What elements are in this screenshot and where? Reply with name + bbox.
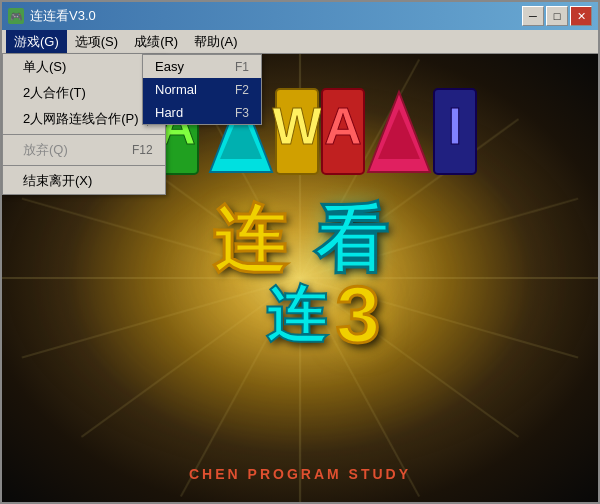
difficulty-submenu: Easy F1 Normal F2 Hard F3: [142, 54, 262, 125]
divider-2: [3, 165, 165, 166]
credit-text: CHEN PROGRAM STUDY: [2, 466, 598, 482]
menu-abandon: 放弃(Q) F12: [3, 137, 165, 163]
menu-exit[interactable]: 结束离开(X): [3, 168, 165, 194]
game-menu-panel: 单人(S) ▶ 2人合作(T) ▶ 2人网路连线合作(P) ▶ 放弃(Q) F1…: [2, 54, 166, 195]
close-button[interactable]: ✕: [570, 6, 592, 26]
game-dropdown: 单人(S) ▶ 2人合作(T) ▶ 2人网路连线合作(P) ▶ 放弃(Q) F1…: [2, 54, 166, 195]
maximize-button[interactable]: □: [546, 6, 568, 26]
svg-text:W: W: [272, 97, 322, 155]
bottom-chars-row: 连 3: [266, 269, 381, 361]
title-text: 连连看V3.0: [30, 7, 522, 25]
menu-coop2[interactable]: 2人合作(T) ▶: [3, 80, 165, 106]
menu-game[interactable]: 游戏(G): [6, 30, 67, 53]
minimize-button[interactable]: ─: [522, 6, 544, 26]
menu-bar: 游戏(G) 选项(S) 成绩(R) 帮助(A) 单人(S) ▶ 2人合作(T) …: [2, 30, 598, 54]
number-3: 3: [336, 269, 381, 361]
svg-text:I: I: [448, 97, 462, 155]
svg-text:A: A: [324, 97, 362, 155]
menu-single[interactable]: 单人(S) ▶: [3, 54, 165, 80]
main-window: 🎮 连连看V3.0 ─ □ ✕ 游戏(G) 选项(S) 成绩(R) 帮助(A) …: [0, 0, 600, 504]
menu-help[interactable]: 帮助(A): [186, 30, 245, 53]
menu-online2[interactable]: 2人网路连线合作(P) ▶: [3, 106, 165, 132]
difficulty-normal[interactable]: Normal F2: [143, 78, 261, 101]
title-buttons: ─ □ ✕: [522, 6, 592, 26]
title-bar: 🎮 连连看V3.0 ─ □ ✕: [2, 2, 598, 30]
char-lian-2: 连: [266, 275, 326, 356]
difficulty-hard[interactable]: Hard F3: [143, 101, 261, 124]
difficulty-easy[interactable]: Easy F1: [143, 55, 261, 78]
divider-1: [3, 134, 165, 135]
title-icon: 🎮: [8, 8, 24, 24]
menu-options[interactable]: 选项(S): [67, 30, 126, 53]
menu-scores[interactable]: 成绩(R): [126, 30, 186, 53]
